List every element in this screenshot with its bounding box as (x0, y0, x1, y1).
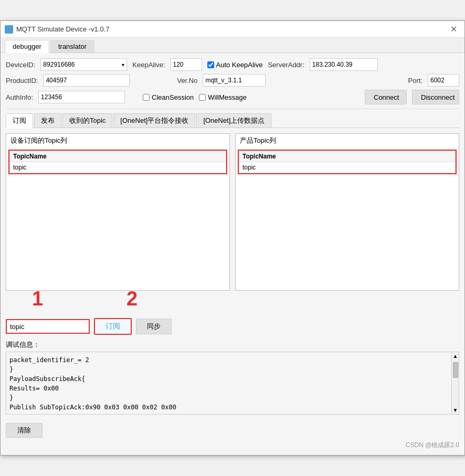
main-tabs: debugger translator (1, 38, 464, 53)
left-panel-empty (6, 176, 229, 271)
connect-button[interactable]: Connect (365, 90, 407, 104)
left-topic-cell: topic (10, 162, 226, 173)
device-id-label: DeviceID: (6, 61, 35, 69)
debug-section: 调试信息： packet_identifier_= 2 } PayloadSub… (6, 340, 459, 415)
tab-onenet-cmd[interactable]: [OneNet]平台指令接收 (113, 113, 195, 128)
right-col-header: TopicName (239, 151, 456, 162)
right-panel: 产品Topic列 TopicName topic (235, 133, 459, 291)
device-id-value: 892916686 (43, 61, 75, 68)
topic-input[interactable] (6, 319, 90, 334)
number-row: 1 2 (6, 293, 459, 318)
main-window: MQTT Simulate Device -v1.0.7 ✕ debugger … (0, 20, 465, 456)
tab-onenet-upload[interactable]: [OneNet]上传数据点 (196, 113, 271, 128)
tab-subscribe[interactable]: 订阅 (6, 113, 33, 128)
scroll-up-icon[interactable]: ▲ (452, 352, 459, 360)
port-input[interactable] (428, 74, 459, 87)
auth-info-input[interactable] (38, 91, 125, 103)
titlebar-left: MQTT Simulate Device -v1.0.7 (5, 25, 109, 34)
titlebar: MQTT Simulate Device -v1.0.7 ✕ (1, 21, 464, 38)
product-id-input[interactable] (43, 74, 130, 87)
keep-alive-input[interactable] (171, 58, 202, 71)
port-label: Port: (408, 77, 422, 84)
will-message-checkbox[interactable]: WillMessage (199, 93, 247, 101)
debug-line-5: } (9, 394, 13, 401)
close-button[interactable]: ✕ (447, 23, 460, 35)
disconnect-button[interactable]: Disconnect (412, 90, 459, 104)
tab-translator[interactable]: translator (50, 40, 94, 52)
debug-line-3: PayloadSubscribeAck{ (9, 375, 86, 383)
clean-session-checkbox[interactable]: CleanSession (143, 93, 194, 101)
app-icon (5, 25, 13, 34)
table-row[interactable]: topic (10, 162, 226, 173)
right-topic-table: TopicName topic (239, 151, 456, 173)
debug-content: packet_identifier_= 2 } PayloadSubscribe… (6, 352, 451, 414)
debug-line-2: } (9, 366, 13, 373)
number-1-label: 1 (32, 288, 43, 310)
window-content: DeviceID: 892916686 ▾ KeepAlive: Auto Ke… (1, 53, 464, 455)
watermark: CSDN @桃成蹊2.0 (6, 441, 459, 450)
number-2-label: 2 (126, 288, 138, 310)
left-col-header: TopicName (10, 151, 226, 162)
left-panel: 设备订阅的Topic列 TopicName topic (6, 133, 230, 291)
server-addr-input[interactable] (310, 58, 378, 71)
dropdown-arrow-icon[interactable]: ▾ (122, 62, 124, 68)
right-panel-empty (236, 176, 459, 271)
debug-line-4: Results= 0x00 (9, 385, 59, 392)
sync-button[interactable]: 同步 (136, 319, 172, 334)
debug-line-1: packet_identifier_= 2 (9, 356, 89, 364)
product-id-label: ProductID: (6, 77, 38, 84)
keep-alive-label: KeepAlive: (132, 61, 165, 69)
scroll-down-icon[interactable]: ▼ (452, 406, 459, 414)
window-title: MQTT Simulate Device -v1.0.7 (16, 25, 109, 33)
bottom-controls: 订阅 同步 (6, 318, 459, 335)
right-panel-inner: TopicName topic (238, 150, 457, 174)
debug-label: 调试信息： (6, 340, 459, 350)
ver-no-label: Ver.No (177, 77, 197, 84)
table-row[interactable]: topic (239, 162, 456, 173)
debug-scrollbar[interactable]: ▲ ▼ (451, 352, 459, 414)
tab-received-topic[interactable]: 收到的Topic (62, 113, 112, 128)
server-addr-label: ServerAddr: (268, 61, 304, 69)
debug-line-6: Publish SubTopicAck:0x90 0x03 0x00 0x02 … (9, 404, 176, 411)
left-panel-inner: TopicName topic (8, 150, 227, 174)
auth-info-label: AuthInfo: (6, 93, 33, 101)
left-panel-title: 设备订阅的Topic列 (6, 134, 229, 147)
sub-tabs: 订阅 发布 收到的Topic [OneNet]平台指令接收 [OneNet]上传… (6, 113, 459, 128)
subscribe-button[interactable]: 订阅 (94, 318, 132, 335)
ver-no-input[interactable] (203, 74, 266, 87)
tab-debugger[interactable]: debugger (5, 40, 49, 53)
tab-publish[interactable]: 发布 (34, 113, 61, 128)
auto-keep-alive-checkbox[interactable]: Auto KeepAlive (207, 61, 263, 69)
left-topic-table: TopicName topic (9, 151, 226, 173)
debug-wrapper: packet_identifier_= 2 } PayloadSubscribe… (6, 352, 459, 415)
scroll-thumb[interactable] (453, 362, 458, 378)
right-topic-cell: topic (239, 162, 456, 173)
right-panel-title: 产品Topic列 (236, 134, 459, 147)
clear-button[interactable]: 清除 (6, 423, 43, 438)
